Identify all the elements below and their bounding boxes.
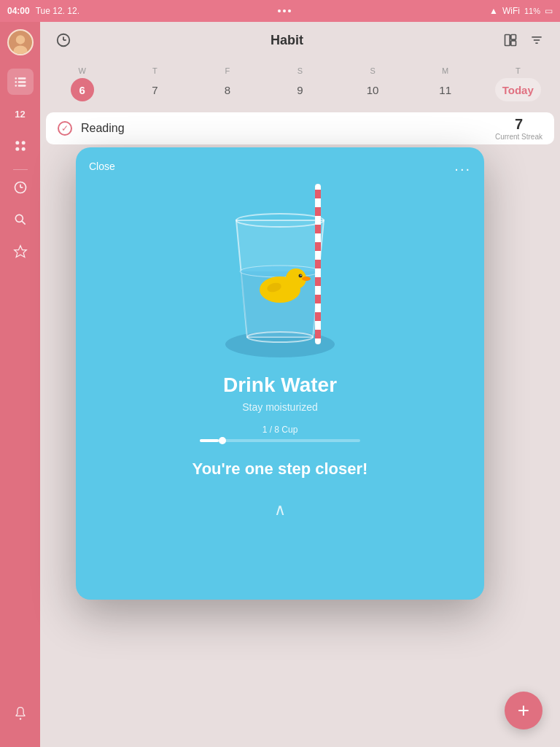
modal-progress-label: 1 / 8 Cup [262,425,298,435]
svg-rect-41 [315,207,321,216]
svg-rect-48 [315,330,321,338]
modal-progress-bar [200,439,219,442]
svg-rect-44 [315,260,321,268]
modal-habit-subtitle: Stay moisturized [242,401,317,413]
modal-encouragement: You're one step closer! [192,460,368,479]
svg-rect-43 [315,242,321,251]
modal-habit-title: Drink Water [223,374,337,397]
add-habit-fab[interactable]: + [505,692,542,729]
drink-water-modal: Close ··· [76,147,484,600]
svg-rect-40 [315,190,321,198]
modal-progress-dot [219,437,226,444]
modal-more-button[interactable]: ··· [454,160,471,177]
modal-close-button[interactable]: Close [89,160,115,172]
modal-overlay: Close ··· [0,0,560,747]
water-glass-illustration [178,177,382,366]
svg-point-37 [302,276,311,281]
svg-rect-47 [315,312,321,321]
svg-rect-45 [315,277,321,286]
svg-point-35 [299,274,303,278]
svg-point-36 [300,274,302,276]
modal-progress-bar-container [200,439,360,442]
modal-chevron-up[interactable]: ∧ [274,500,286,519]
svg-rect-46 [315,295,321,303]
svg-rect-42 [315,225,321,233]
svg-point-30 [240,266,320,277]
modal-text-content: Drink Water Stay moisturized 1 / 8 Cup Y… [76,374,484,527]
